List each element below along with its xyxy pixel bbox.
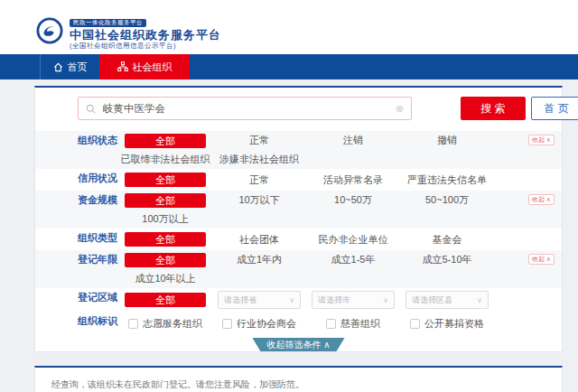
filter-option[interactable]: 50~100万 [400,193,494,207]
main-navbar: 首页 社会组织 [0,54,578,79]
clear-input-icon[interactable]: ⊗ [396,104,404,114]
filter-option[interactable]: 成立5-10年 [400,253,494,266]
city-select-placeholder: 请选择市 [318,294,350,306]
filter-row-org-tags: 组织标识 志愿服务组织 行业协会商会 [35,312,562,335]
filter-option[interactable]: 10万以下 [212,193,306,207]
checkbox-industry-assoc[interactable]: 行业协会商会 [222,317,296,331]
filter-row-reg-years: 登记年限 全部 成立1年内 成立1-5年 成立5-10年 成立10年以上 收起 … [35,250,562,288]
chevron-down-icon: ∨ [383,296,388,304]
nav-item-home[interactable]: 首页 [41,54,99,79]
site-subtitle: (全国社会组织信用信息公示平台) [70,42,221,50]
search-input[interactable] [103,103,396,114]
district-select[interactable]: 请选择区县 ∨ [406,291,489,309]
filter-label: 登记区域 [78,288,118,312]
district-select-placeholder: 请选择区县 [412,294,452,306]
row-collapse-button[interactable]: 收起 ∧ [528,135,555,145]
checkbox-icon [326,319,336,329]
row-collapse-button[interactable]: 收起 ∧ [528,194,555,205]
site-logo: 民政一体化政务服务平台 中国社会组织政务服务平台 (全国社会组织信用信息公示平台… [36,13,221,50]
filter-option[interactable]: 严重违法失信名单 [400,173,494,187]
filter-label: 组织状态 [78,131,118,169]
city-select[interactable]: 请选择市 ∨ [312,291,395,309]
result-notice-card: 经查询，该组织未在民政部门登记。请您注意风险，加强防范。 [34,366,563,392]
filter-label: 组织类型 [78,229,118,250]
org-network-icon [117,61,128,72]
filter-option[interactable]: 100万以上 [118,212,212,226]
filter-option[interactable]: 正常 [212,134,306,147]
filter-label: 资金规模 [78,191,118,229]
search-icon [86,104,96,114]
search-button[interactable]: 搜 索 [461,97,526,120]
chevron-down-icon: ∨ [477,296,482,304]
filter-option[interactable]: 涉嫌非法社会组织 [212,153,306,166]
checkbox-label: 志愿服务组织 [143,317,202,331]
filter-option-selected[interactable]: 全部 [125,193,206,208]
nav-divider [0,54,41,79]
filter-option-selected[interactable]: 全部 [125,293,206,307]
checkbox-icon [410,319,420,329]
filter-option-selected[interactable]: 全部 [125,173,206,187]
chevron-down-icon: ∨ [289,296,294,304]
filter-panel: 组织状态 全部 正常 注销 撤销 已取缔非法社会组织 涉嫌非法社会组织 收起 ∧… [35,131,562,335]
province-select-placeholder: 请选择省 [224,294,256,306]
home-button[interactable]: 首 页 [531,97,578,120]
checkbox-icon [222,319,232,329]
site-title: 中国社会组织政务服务平台 [70,29,221,41]
checkbox-volunteer-org[interactable]: 志愿服务组织 [128,317,202,331]
filter-option[interactable]: 活动异常名录 [306,173,400,187]
search-row: ⊗ 搜 索 首 页 [78,97,547,120]
filter-label: 登记年限 [78,250,118,288]
result-notice-text: 经查询，该组织未在民政部门登记。请您注意风险，加强防范。 [51,378,545,391]
home-icon [53,62,63,72]
search-box: ⊗ [78,97,412,120]
checkbox-icon [128,319,138,329]
filter-option-selected[interactable]: 全部 [125,253,206,267]
checkbox-label: 公开募捐资格 [424,317,484,331]
filter-option[interactable]: 基金会 [400,233,494,247]
checkbox-charity-org[interactable]: 慈善组织 [326,317,380,331]
filter-option-selected[interactable]: 全部 [125,232,206,247]
platform-logo-icon [36,17,63,44]
logo-badge: 民政一体化政务服务平台 [70,19,146,28]
checkbox-label: 行业协会商会 [237,317,296,331]
filter-label: 信用状况 [78,169,118,191]
filter-option[interactable]: 注销 [306,134,400,147]
filter-option[interactable]: 10~50万 [306,193,400,207]
filter-option[interactable]: 成立1-5年 [306,253,400,266]
nav-item-social-org[interactable]: 社会组织 [99,54,190,79]
filter-row-fund-scale: 资金规模 全部 10万以下 10~50万 50~100万 100万以上 收起 ∧ [35,191,562,229]
filter-row-region: 登记区域 全部 请选择省 ∨ 请选择市 ∨ [35,288,562,312]
filter-option[interactable]: 成立10年以上 [118,272,212,285]
nav-org-label: 社会组织 [133,61,172,74]
filter-option[interactable]: 民办非企业单位 [306,233,400,247]
search-filter-card: ⊗ 搜 索 首 页 组织状态 全部 正常 注销 撤销 已取缔非法社会组织 涉嫌非… [34,86,563,352]
province-select[interactable]: 请选择省 ∨ [218,291,301,309]
nav-home-label: 首页 [68,61,88,74]
filter-option[interactable]: 已取缔非法社会组织 [118,153,212,166]
collapse-filters-button[interactable]: 收起筛选条件 ∧ [252,338,344,351]
checkbox-public-fundraising[interactable]: 公开募捐资格 [410,317,484,331]
row-collapse-button[interactable]: 收起 ∧ [528,254,555,265]
filter-row-credit-status: 信用状况 全部 正常 活动异常名录 严重违法失信名单 [35,169,562,191]
filter-label: 组织标识 [78,312,118,335]
filter-row-org-status: 组织状态 全部 正常 注销 撤销 已取缔非法社会组织 涉嫌非法社会组织 收起 ∧ [35,131,562,169]
filter-row-org-type: 组织类型 全部 社会团体 民办非企业单位 基金会 [35,229,562,250]
filter-option-selected[interactable]: 全部 [125,134,206,148]
filter-option[interactable]: 正常 [212,173,306,187]
filter-option[interactable]: 成立1年内 [212,253,306,266]
filter-option[interactable]: 社会团体 [212,233,306,247]
site-header: 民政一体化政务服务平台 中国社会组织政务服务平台 (全国社会组织信用信息公示平台… [0,0,578,54]
filter-option[interactable]: 撤销 [400,134,494,147]
checkbox-label: 慈善组织 [340,317,380,331]
